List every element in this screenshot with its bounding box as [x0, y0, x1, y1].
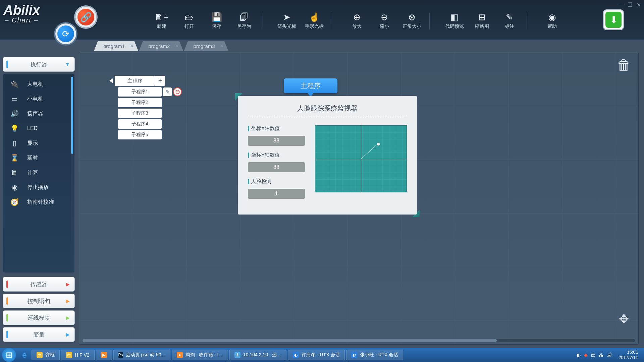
maximize-button[interactable]: ❐ — [626, 1, 634, 8]
toolbar-正常大小[interactable]: ⊛正常大小 — [402, 13, 422, 29]
component-icon: ▭ — [9, 95, 20, 103]
ie-icon[interactable]: e — [18, 349, 31, 361]
editor-tab[interactable]: program3× — [184, 41, 228, 51]
volume-icon[interactable]: 🔊 — [607, 352, 612, 358]
subprogram-label: 子程序3 — [131, 110, 148, 116]
taskbar-item[interactable]: Ps启动页.psd @ 50… — [113, 350, 170, 360]
tray-icon[interactable]: ◆ — [584, 352, 588, 358]
toolbar-新建[interactable]: 🗎+新建 — [152, 13, 172, 29]
component-icon: ◉ — [9, 183, 20, 191]
subprogram-item[interactable]: 子程序1✎⊖ — [118, 87, 162, 97]
taskbar-item[interactable]: ◐许海冬 - RTX 会话 — [288, 350, 345, 360]
component-icon: 🧭 — [9, 198, 20, 206]
taskbar-item[interactable]: 🖧10.104.2.10 - 远… — [229, 350, 286, 360]
move-icon[interactable]: ✥ — [619, 312, 629, 326]
component-list[interactable]: 🔌大电机▭小电机🔊扬声器💡LED▯显示⌛延时🖩计算◉停止播放🧭指南针校准 — [3, 74, 75, 273]
taskbar-item[interactable]: 🗀弹框 — [32, 350, 60, 360]
toolbar-另存为[interactable]: 🗐另存为 — [234, 13, 254, 29]
tab-close-icon[interactable]: × — [220, 43, 224, 50]
component-扬声器[interactable]: 🔊扬声器 — [3, 106, 74, 121]
toolbar-箭头光标[interactable]: ➤箭头光标 — [277, 13, 297, 29]
tab-close-icon[interactable]: × — [175, 43, 179, 50]
loop-mode-button[interactable]: ⟳ — [55, 23, 76, 44]
canvas-area[interactable]: 🗑 ✥ 主程序 + 子程序1✎⊖子程序2子程序3子程序4子程序5 主程序 人脸跟… — [79, 52, 639, 345]
component-停止播放[interactable]: ◉停止播放 — [3, 180, 74, 195]
trash-icon[interactable]: 🗑 — [617, 57, 631, 73]
main-program-label[interactable]: 主程序 — [115, 76, 155, 86]
component-icon: ▯ — [9, 139, 20, 147]
component-延时[interactable]: ⌛延时 — [3, 150, 74, 165]
editor-tab[interactable]: program1× — [94, 41, 138, 51]
tray-icon[interactable]: ◐ — [577, 352, 581, 358]
connect-button[interactable]: 🔗 — [75, 7, 96, 27]
download-button[interactable]: ⬇ — [603, 9, 624, 30]
panel-header-传感器[interactable]: 传感器▶ — [3, 277, 75, 292]
taskbar-item-label: 弹框 — [45, 352, 55, 358]
toolbar-icon: 🗁 — [185, 13, 194, 21]
component-小电机[interactable]: ▭小电机 — [3, 92, 74, 106]
taskbar-item[interactable]: ▶ — [96, 350, 112, 360]
taskbar-item-label: 启动页.psd @ 50… — [126, 352, 166, 358]
toolbar-代码预览[interactable]: ◧代码预览 — [444, 13, 465, 29]
taskbar-app-icon: 🖧 — [234, 352, 240, 358]
scrollbar-thumb[interactable] — [71, 77, 73, 154]
toolbar-放大[interactable]: ⊕放大 — [347, 13, 367, 29]
scrollbar-thumb[interactable] — [83, 339, 497, 342]
subprogram-label: 子程序1 — [131, 89, 148, 95]
clock-time: 15:01 — [619, 350, 638, 355]
toolbar-label: 另存为 — [237, 23, 251, 29]
component-icon: 🔌 — [9, 80, 20, 88]
main-program-block[interactable]: 主程序 — [284, 78, 337, 93]
toolbar-保存[interactable]: 💾保存 — [207, 13, 227, 29]
canvas-h-scrollbar[interactable] — [83, 339, 635, 342]
component-label: 延时 — [27, 155, 38, 162]
subprogram-item[interactable]: 子程序3 — [118, 109, 162, 118]
editor-tabs: program1×program2×program3× — [94, 40, 229, 51]
taskbar-item[interactable]: ◐张小旺 - RTX 会话 — [346, 350, 403, 360]
panel-title: 变量 — [33, 331, 45, 339]
panel-mark — [6, 297, 8, 305]
toolbar-label: 保存 — [212, 23, 221, 29]
panel-header-巡线模块[interactable]: 巡线模块▶ — [3, 310, 75, 325]
start-button[interactable]: ⊞ — [2, 348, 16, 362]
component-指南针校准[interactable]: 🧭指南针校准 — [3, 195, 74, 209]
toolbar-缩小[interactable]: ⊖缩小 — [374, 13, 394, 29]
toolbar-打开[interactable]: 🗁打开 — [179, 13, 199, 29]
collapse-icon[interactable] — [109, 78, 113, 83]
editor-tab[interactable]: program2× — [139, 41, 183, 51]
network-icon[interactable]: 🖧 — [599, 352, 603, 358]
component-显示[interactable]: ▯显示 — [3, 136, 74, 150]
component-label: 停止播放 — [27, 184, 49, 191]
add-subprogram-button[interactable]: + — [155, 76, 165, 86]
sidebar-scrollbar[interactable] — [71, 77, 73, 270]
minimize-button[interactable]: — — [617, 1, 625, 8]
panel-header-控制语句[interactable]: 控制语句▶ — [3, 294, 75, 308]
taskbar-item[interactable]: 🗀H F V2 — [61, 350, 95, 360]
toolbar-手形光标[interactable]: ☝手形光标 — [304, 13, 324, 29]
subprogram-item[interactable]: 子程序2 — [118, 98, 162, 107]
system-tray[interactable]: ◐ ◆ ▤ 🖧 🔊 15:01 2017/7/11 — [577, 350, 644, 360]
taskbar-clock[interactable]: 15:01 2017/7/11 — [616, 350, 641, 360]
toolbar-icon: ⊕ — [353, 13, 361, 21]
taskbar-item[interactable]: ●周剑 - 收件箱 - I… — [172, 350, 228, 360]
component-计算[interactable]: 🖩计算 — [3, 165, 74, 180]
program-tree-main[interactable]: 主程序 + — [109, 76, 165, 86]
toolbar-缩略图[interactable]: ⊞缩略图 — [472, 13, 492, 29]
edit-subprogram-button[interactable]: ✎ — [163, 87, 172, 96]
delete-subprogram-button[interactable]: ⊖ — [173, 87, 182, 96]
close-button[interactable]: ✕ — [635, 1, 643, 8]
toolbar-label: 缩略图 — [475, 23, 489, 29]
subprogram-item[interactable]: 子程序5 — [118, 130, 162, 139]
tray-icon[interactable]: ▤ — [591, 352, 595, 358]
subprogram-item[interactable]: 子程序4 — [118, 119, 162, 129]
component-大电机[interactable]: 🔌大电机 — [3, 77, 74, 92]
toolbar-帮助[interactable]: ◉帮助 — [542, 13, 562, 29]
tab-close-icon[interactable]: × — [130, 43, 134, 50]
toolbar-标注[interactable]: ✎标注 — [499, 13, 520, 29]
panel-header-变量[interactable]: 变量▶ — [3, 327, 75, 342]
component-LED[interactable]: 💡LED — [3, 121, 74, 136]
panel-header-active[interactable]: 执行器 ▼ — [3, 57, 75, 72]
face-tracking-monitor-dialog[interactable]: 人脸跟踪系统监视器 坐标X轴数值88坐标Y轴数值88人脸检测1 — [235, 93, 420, 217]
taskbar-app-icon: 🗀 — [37, 352, 43, 358]
chevron-right-icon: ▶ — [66, 282, 70, 287]
